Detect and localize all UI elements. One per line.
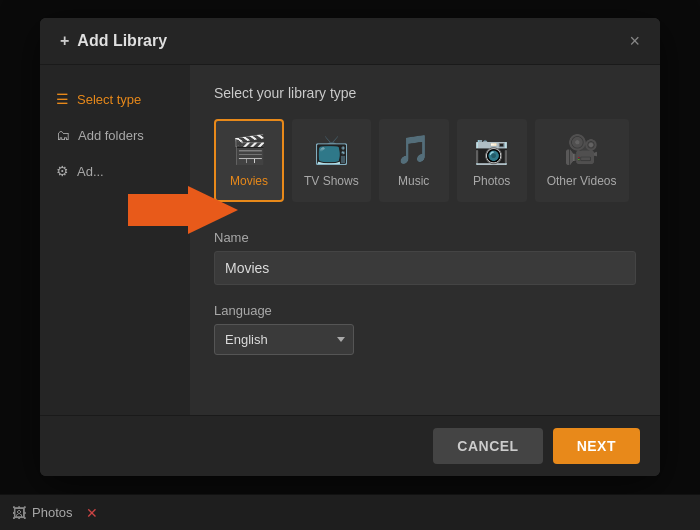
content-area: Select your library type 🎬 Movies 📺 TV S… <box>190 65 660 415</box>
type-tv-shows-label: TV Shows <box>304 174 359 188</box>
sidebar-item-select-type[interactable]: ☰ Select type <box>40 81 190 117</box>
language-field-group: Language English French German Spanish I… <box>214 303 636 355</box>
name-field-group: Name <box>214 230 636 285</box>
type-movies[interactable]: 🎬 Movies <box>214 119 284 202</box>
camera-icon: 📷 <box>474 133 509 166</box>
video-camera-icon: 🎥 <box>564 133 599 166</box>
modal-overlay: + Add Library × ☰ Select type 🗂 Add fold… <box>0 0 700 494</box>
modal-header: + Add Library × <box>40 18 660 65</box>
content-title: Select your library type <box>214 85 636 101</box>
type-photos-label: Photos <box>473 174 510 188</box>
type-photos[interactable]: 📷 Photos <box>457 119 527 202</box>
name-input[interactable] <box>214 251 636 285</box>
taskbar-photos-item[interactable]: 🖼 Photos ✕ <box>12 505 98 521</box>
type-music-label: Music <box>398 174 429 188</box>
modal-body: ☰ Select type 🗂 Add folders ⚙ Ad... Sele… <box>40 65 660 415</box>
cancel-button[interactable]: CANCEL <box>433 428 542 464</box>
type-tv-shows[interactable]: 📺 TV Shows <box>292 119 371 202</box>
add-library-modal: + Add Library × ☰ Select type 🗂 Add fold… <box>40 18 660 476</box>
modal-footer: CANCEL NEXT <box>40 415 660 476</box>
taskbar-photo-icon: 🖼 <box>12 505 26 521</box>
type-other-videos-label: Other Videos <box>547 174 617 188</box>
list-icon: ☰ <box>56 91 69 107</box>
taskbar: 🖼 Photos ✕ <box>0 494 700 530</box>
movies-icon: 🎬 <box>232 133 267 166</box>
music-icon: 🎵 <box>396 133 431 166</box>
sidebar-label-add-folders: Add folders <box>78 128 144 143</box>
sidebar-item-advanced[interactable]: ⚙ Ad... <box>40 153 190 189</box>
type-movies-label: Movies <box>230 174 268 188</box>
sidebar-item-add-folders[interactable]: 🗂 Add folders <box>40 117 190 153</box>
language-label: Language <box>214 303 636 318</box>
type-music[interactable]: 🎵 Music <box>379 119 449 202</box>
plus-icon: + <box>60 32 69 50</box>
sidebar: ☰ Select type 🗂 Add folders ⚙ Ad... <box>40 65 190 415</box>
library-type-grid: 🎬 Movies 📺 TV Shows 🎵 Music 📷 Photos <box>214 119 636 202</box>
sidebar-label-select-type: Select type <box>77 92 141 107</box>
folder-icon: 🗂 <box>56 127 70 143</box>
type-other-videos[interactable]: 🎥 Other Videos <box>535 119 629 202</box>
name-label: Name <box>214 230 636 245</box>
next-button[interactable]: NEXT <box>553 428 640 464</box>
modal-title-text: Add Library <box>77 32 167 50</box>
tv-icon: 📺 <box>314 133 349 166</box>
close-button[interactable]: × <box>629 32 640 50</box>
modal-title: + Add Library <box>60 32 167 50</box>
language-select[interactable]: English French German Spanish Italian Ja… <box>214 324 354 355</box>
sidebar-label-advanced: Ad... <box>77 164 104 179</box>
gear-icon: ⚙ <box>56 163 69 179</box>
taskbar-photos-label: Photos <box>32 505 72 520</box>
taskbar-close-icon[interactable]: ✕ <box>86 505 98 521</box>
